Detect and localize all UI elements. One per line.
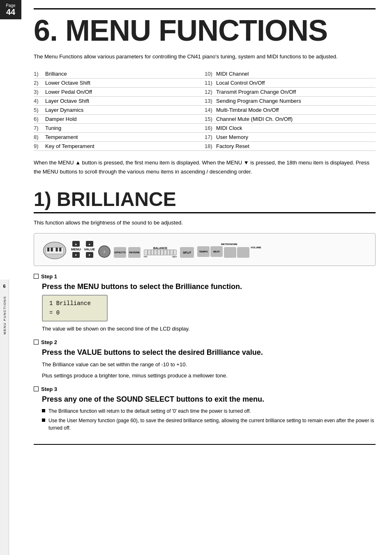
menu-item: 11)Local Control On/Off — [205, 79, 376, 88]
menu-item-num: 18) — [205, 143, 216, 149]
menu-item-num: 6) — [34, 116, 45, 122]
menu-item-label: Brilliance — [45, 71, 67, 77]
step-label: Step 2 — [41, 339, 57, 345]
menu-item-label: MIDI Clock — [216, 125, 242, 131]
menu-item: 9)Key of Temperament — [34, 142, 205, 151]
step-instruction: Press the VALUE buttons to select the de… — [42, 348, 376, 357]
lcd-display: 1 Brilliance = 0 — [42, 295, 108, 321]
menu-item: 4)Layer Octave Shift — [34, 97, 205, 106]
menu-item: 17)User Memory — [205, 133, 376, 142]
menu-item-num: 13) — [205, 98, 216, 104]
split-btn: SPLIT — [180, 247, 194, 258]
page-tab: Page 44 — [0, 0, 21, 19]
chapter-sidebar: 6 MENU FUNCTIONS — [0, 280, 9, 555]
menu-buttons-group: ▲ MENU ▼ — [71, 241, 81, 258]
menu-item-label: Transmit Program Change On/Off — [216, 89, 296, 95]
step-heading: Step 2 — [34, 339, 376, 345]
menu-item-label: Damper Hold — [45, 116, 77, 122]
menu-item-num: 4) — [34, 98, 45, 104]
step-label: Step 1 — [41, 273, 57, 280]
svg-rect-2 — [47, 247, 49, 251]
tempo-btn: TEMPO — [197, 246, 210, 257]
reverb-btn: REVERB — [128, 247, 141, 258]
step-desc1: The Brilliance value can be set within t… — [42, 361, 376, 369]
bullet-text: Use the User Memory function (page 60), … — [48, 417, 376, 432]
menu-item-num: 8) — [34, 134, 45, 140]
menu-item: 3)Lower Pedal On/Off — [34, 88, 205, 97]
menu-item: 5)Layer Dynamics — [34, 106, 205, 115]
chapter-label: MENU FUNCTIONS — [2, 296, 6, 334]
main-content: 6. MENU FUNCTIONS The Menu Functions all… — [21, 0, 392, 457]
menu-item-label: Layer Dynamics — [45, 107, 83, 113]
chapter-number: 6 — [3, 284, 5, 289]
lcd-line2: = 0 — [49, 308, 100, 317]
step-checkbox — [34, 340, 39, 345]
menu-item-label: User Memory — [216, 134, 248, 140]
menu-item: 8)Temperament — [34, 133, 205, 142]
nav-text: When the MENU ▲ button is pressed, the f… — [34, 158, 376, 176]
value-up-btn: ▲ — [86, 241, 93, 247]
menu-label: MENU — [71, 247, 81, 251]
menu-item: 12)Transmit Program Change On/Off — [205, 88, 376, 97]
menu-item-label: Factory Reset — [216, 143, 249, 149]
svg-rect-5 — [59, 247, 61, 251]
piano-icon — [42, 239, 67, 260]
step-checkbox — [34, 274, 39, 279]
chapter-title: 6. MENU FUNCTIONS — [34, 16, 376, 45]
menu-down-btn: ▼ — [72, 252, 80, 258]
intro-text: The Menu Functions allow various paramet… — [34, 53, 376, 61]
menu-list: 1)Brilliance2)Lower Octave Shift3)Lower … — [34, 69, 376, 151]
beat-btn: BEAT — [210, 246, 223, 257]
menu-item-num: 5) — [34, 107, 45, 113]
balance-group: BALANCE left right — [144, 247, 177, 258]
menu-item-num: 2) — [34, 80, 45, 86]
menu-item-label: Tuning — [45, 125, 61, 131]
menu-item-num: 11) — [205, 80, 216, 86]
headphone-knob: 2 — [98, 245, 111, 258]
keyboard-diagram: ▲ MENU ▼ ▲ VALUE ▼ 2 EFFECTS REVERB — [34, 233, 376, 266]
bullet-icon — [42, 409, 45, 412]
effects-group: EFFECTS REVERB — [114, 247, 141, 258]
menu-col-left: 1)Brilliance2)Lower Octave Shift3)Lower … — [34, 69, 205, 151]
menu-item-label: Temperament — [45, 134, 78, 140]
lcd-line1: 1 Brilliance — [49, 299, 100, 308]
step-2: Step 2 Press the VALUE buttons to select… — [34, 339, 376, 380]
menu-item-num: 12) — [205, 89, 216, 95]
menu-item: 7)Tuning — [34, 124, 205, 133]
menu-item-num: 9) — [34, 143, 45, 149]
menu-item-label: Key of Temperament — [45, 143, 95, 149]
step-1: Step 1 Press the MENU buttons to select … — [34, 273, 376, 333]
steps-container: Step 1 Press the MENU buttons to select … — [34, 273, 376, 432]
bullet-text: The Brilliance function will return to t… — [48, 407, 251, 415]
section-title: 1) BRILLIANCE — [34, 189, 376, 213]
effects-btn: EFFECTS — [114, 247, 126, 258]
menu-item: 2)Lower Octave Shift — [34, 79, 205, 88]
menu-item-num: 1) — [34, 71, 45, 77]
menu-item-label: Multi-Timbral Mode On/Off — [216, 107, 279, 113]
menu-item-label: Sending Program Change Numbers — [216, 98, 301, 104]
step-instruction: Press the MENU buttons to select the Bri… — [42, 282, 376, 291]
menu-item: 18)Factory Reset — [205, 142, 376, 151]
step-3: Step 3 Press any one of the SOUND SELECT… — [34, 386, 376, 432]
value-buttons-group: ▲ VALUE ▼ — [84, 241, 95, 258]
top-rule — [34, 8, 376, 9]
control-panel: ▲ MENU ▼ ▲ VALUE ▼ 2 EFFECTS REVERB — [71, 241, 367, 258]
menu-item-num: 14) — [205, 107, 216, 113]
page-number: 44 — [2, 8, 19, 16]
vol-btn2 — [237, 247, 249, 258]
step-heading: Step 1 — [34, 273, 376, 280]
step-instruction: Press any one of the SOUND SELECT button… — [42, 395, 376, 404]
menu-item: 16)MIDI Clock — [205, 124, 376, 133]
vol-btn1 — [224, 247, 236, 258]
menu-item: 10)MIDI Channel — [205, 69, 376, 79]
menu-item-label: Channel Mute (MIDI Ch. On/Off) — [216, 116, 293, 122]
menu-item-label: Lower Octave Shift — [45, 80, 90, 86]
menu-item-label: Local Control On/Off — [216, 80, 265, 86]
menu-item: 1)Brilliance — [34, 69, 205, 79]
bullet-item-1: Use the User Memory function (page 60), … — [42, 417, 376, 432]
menu-item-num: 17) — [205, 134, 216, 140]
metronome-group: METRONOME TEMPO BEAT VOLUME — [197, 243, 261, 258]
metronome-btns: TEMPO BEAT VOLUME — [197, 246, 261, 258]
step-checkbox — [34, 386, 39, 391]
bottom-rule — [34, 444, 376, 445]
